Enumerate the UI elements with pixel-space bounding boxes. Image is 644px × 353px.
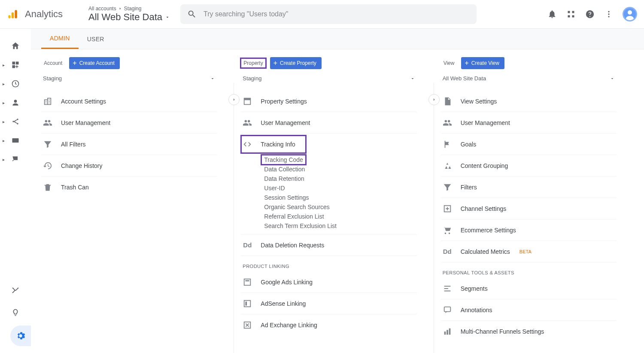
menu-item-label: All Filters	[61, 141, 86, 148]
svg-rect-23	[246, 280, 249, 281]
rail-admin[interactable]	[10, 326, 31, 346]
menu-item[interactable]: User Management	[441, 112, 617, 134]
more-icon[interactable]	[604, 9, 614, 19]
property-selector[interactable]: Staging	[241, 72, 416, 85]
tracking-sub-item[interactable]: Data Collection	[261, 164, 307, 174]
create-account-button[interactable]: +Create Account	[69, 57, 119, 69]
create-property-button[interactable]: +Create Property	[270, 57, 322, 69]
rail-customization[interactable]: ▸	[0, 55, 31, 74]
rail-behavior[interactable]: ▸	[0, 131, 31, 150]
account-column: Account +Create Account Staging Account …	[41, 57, 234, 353]
menu-item[interactable]: Filters	[441, 176, 617, 198]
menu-item-label: Ecommerce Settings	[461, 227, 516, 234]
menu-item[interactable]: Ad Exchange Linking	[241, 314, 416, 336]
svg-rect-12	[16, 62, 19, 65]
menu-item-label: Tracking Info	[261, 141, 295, 148]
view-head: View +Create View	[441, 57, 617, 69]
property-head: Property +Create Property	[241, 57, 416, 69]
menu-item[interactable]: Google Ads Linking	[241, 271, 416, 293]
menu-item[interactable]: Annotations	[441, 299, 617, 321]
svg-rect-6	[572, 15, 574, 18]
rail-conversions[interactable]: ▸	[0, 150, 31, 169]
menu-item[interactable]: DdCalculated MetricsBETA	[441, 241, 617, 262]
menu-item[interactable]: DdData Deletion Requests	[241, 234, 416, 256]
menu-item-label: Property Settings	[261, 98, 307, 105]
svg-rect-24	[244, 300, 251, 307]
menu-item[interactable]: Ecommerce Settings	[441, 219, 617, 241]
filter-icon	[442, 183, 453, 192]
tab-user[interactable]: USER	[79, 29, 113, 49]
menu-item[interactable]: Multi-Channel Funnels Settings	[441, 321, 617, 342]
caret-down-icon	[210, 76, 215, 81]
search-input[interactable]	[204, 10, 470, 18]
menu-item[interactable]: Content Grouping	[441, 155, 617, 176]
personal-tools-label: PERSONAL TOOLS & ASSETS	[441, 262, 617, 278]
menu-item[interactable]: Tracking Info	[239, 134, 308, 155]
menu-item-label: Google Ads Linking	[261, 279, 313, 286]
tracking-sub-item[interactable]: Data Retention	[261, 174, 307, 183]
svg-rect-1	[12, 12, 14, 18]
menu-item[interactable]: User Management	[241, 112, 416, 134]
account-avatar[interactable]	[623, 7, 637, 21]
rail-discover[interactable]	[0, 303, 31, 322]
svg-point-15	[14, 100, 17, 103]
menu-item[interactable]: All Filters	[41, 134, 217, 155]
menu-item[interactable]: Segments	[441, 278, 617, 299]
tracking-sub-item[interactable]: User-ID	[261, 183, 287, 193]
svg-rect-13	[12, 65, 15, 68]
annotation-icon	[442, 305, 453, 315]
menu-item[interactable]: Trash Can	[41, 176, 217, 198]
menu-item-label: Segments	[461, 285, 488, 292]
tab-admin[interactable]: ADMIN	[41, 29, 79, 49]
menu-item-label: Filters	[461, 184, 477, 191]
notifications-icon[interactable]	[547, 9, 557, 19]
svg-rect-4	[568, 15, 570, 18]
help-icon[interactable]	[585, 9, 595, 19]
swap-property-view[interactable]	[428, 94, 440, 105]
menu-item[interactable]: AdSense Linking	[241, 293, 416, 314]
rail-home[interactable]	[0, 37, 31, 55]
caret-down-icon	[610, 76, 615, 81]
search-icon	[187, 9, 197, 19]
apps-icon[interactable]	[566, 9, 576, 19]
menu-item-label: User Management	[261, 119, 310, 126]
svg-rect-11	[12, 62, 15, 65]
svg-point-8	[608, 11, 609, 12]
menu-item[interactable]: Account Settings	[41, 91, 217, 112]
page-icon	[442, 97, 453, 106]
create-view-button[interactable]: +Create View	[461, 57, 504, 69]
logo-area[interactable]: Analytics	[7, 9, 80, 20]
svg-rect-2	[15, 10, 17, 18]
rail-audience[interactable]: ▸	[0, 93, 31, 112]
tracking-sub-item[interactable]: Tracking Code	[261, 155, 306, 164]
menu-item[interactable]: Goals	[441, 134, 617, 155]
view-type-label: View	[441, 58, 457, 68]
rail-realtime[interactable]: ▸	[0, 74, 31, 93]
people-icon	[42, 118, 53, 128]
rail-acquisition[interactable]: ▸	[0, 112, 31, 131]
svg-rect-25	[246, 301, 247, 305]
code-icon	[242, 140, 253, 149]
account-menu: Account SettingsUser ManagementAll Filte…	[41, 91, 217, 198]
rail-attribution[interactable]	[0, 281, 31, 300]
menu-item-label: Change History	[61, 162, 103, 169]
context-selector[interactable]: All accounts Staging All Web Site Data	[88, 6, 170, 23]
tracking-sub-item[interactable]: Organic Search Sources	[261, 202, 332, 212]
menu-item[interactable]: Channel Settings	[441, 198, 617, 219]
menu-item[interactable]: Change History	[41, 155, 217, 176]
menu-item[interactable]: Property Settings	[241, 91, 416, 112]
view-title: All Web Site Data	[88, 12, 170, 23]
svg-rect-19	[12, 138, 19, 143]
search-wrap	[180, 4, 538, 24]
admin-tabs: ADMIN USER	[31, 29, 644, 49]
menu-item[interactable]: User Management	[41, 112, 217, 134]
tracking-sub-item[interactable]: Search Term Exclusion List	[261, 221, 339, 231]
tracking-sub-item[interactable]: Session Settings	[261, 193, 311, 202]
account-selector[interactable]: Staging	[41, 72, 217, 85]
view-selector[interactable]: All Web Site Data	[441, 72, 617, 85]
tracking-sub-item[interactable]: Referral Exclusion List	[261, 212, 326, 221]
menu-item-label: Channel Settings	[461, 205, 507, 212]
menu-item[interactable]: View Settings	[441, 91, 617, 112]
search-box[interactable]	[180, 4, 477, 24]
channel-icon	[442, 204, 453, 213]
